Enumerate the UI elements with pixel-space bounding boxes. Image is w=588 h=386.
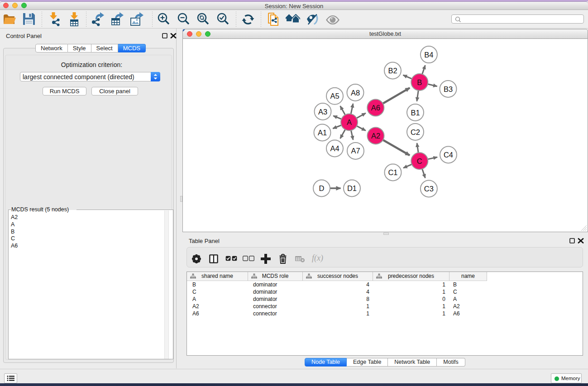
svg-text:B1: B1 [411, 109, 420, 117]
svg-text:C1: C1 [388, 168, 397, 176]
svg-text:A7: A7 [351, 147, 360, 155]
svg-text:A8: A8 [351, 89, 360, 97]
svg-text:D: D [319, 184, 325, 192]
svg-text:A3: A3 [318, 108, 327, 116]
svg-text:B4: B4 [424, 51, 433, 59]
svg-text:D1: D1 [347, 184, 357, 192]
svg-text:B3: B3 [444, 85, 453, 93]
svg-text:A6: A6 [371, 104, 380, 112]
svg-text:A2: A2 [371, 132, 380, 140]
svg-text:C2: C2 [411, 128, 420, 136]
svg-text:A5: A5 [330, 92, 339, 100]
svg-text:A1: A1 [318, 129, 327, 137]
svg-text:B2: B2 [388, 67, 397, 75]
svg-text:C: C [417, 157, 422, 165]
svg-text:B: B [417, 78, 422, 86]
svg-text:A4: A4 [330, 144, 339, 152]
svg-text:C3: C3 [424, 185, 434, 193]
svg-text:A: A [347, 118, 352, 126]
svg-text:C4: C4 [444, 151, 453, 159]
